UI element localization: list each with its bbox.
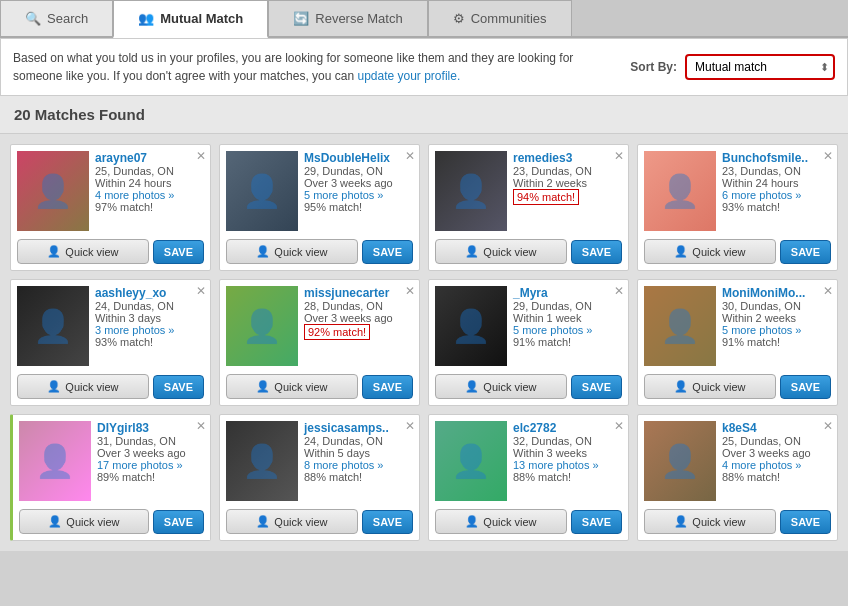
- tab-reverse-match[interactable]: 🔄 Reverse Match: [268, 0, 427, 36]
- profile-photo[interactable]: 👤: [644, 286, 716, 366]
- close-button[interactable]: ✕: [614, 419, 624, 433]
- profile-card: ✕ 👤 remedies3 23, Dundas, ON Within 2 we…: [428, 144, 629, 271]
- card-photos[interactable]: 6 more photos »: [722, 189, 831, 201]
- save-button[interactable]: SAVE: [780, 240, 831, 264]
- save-button[interactable]: SAVE: [362, 510, 413, 534]
- quick-view-icon: 👤: [465, 380, 479, 393]
- close-button[interactable]: ✕: [823, 419, 833, 433]
- mutual-match-icon: 👥: [138, 11, 154, 26]
- close-button[interactable]: ✕: [196, 284, 206, 298]
- save-button[interactable]: SAVE: [153, 510, 204, 534]
- card-last-active: Within 2 weeks: [722, 312, 831, 324]
- card-photos[interactable]: 8 more photos »: [304, 459, 413, 471]
- card-photos[interactable]: 5 more photos »: [513, 324, 622, 336]
- card-photos[interactable]: 5 more photos »: [304, 189, 413, 201]
- card-username[interactable]: k8eS4: [722, 421, 831, 435]
- photo-silhouette: 👤: [660, 307, 700, 345]
- quick-view-button[interactable]: 👤 Quick view: [19, 509, 149, 534]
- close-button[interactable]: ✕: [405, 149, 415, 163]
- card-info: missjunecarter 28, Dundas, ON Over 3 wee…: [304, 286, 413, 366]
- profile-card: ✕ 👤 aashleyy_xo 24, Dundas, ON Within 3 …: [10, 279, 211, 406]
- profile-photo[interactable]: 👤: [226, 286, 298, 366]
- close-button[interactable]: ✕: [196, 149, 206, 163]
- profile-photo[interactable]: 👤: [644, 151, 716, 231]
- profile-photo[interactable]: 👤: [644, 421, 716, 501]
- quick-view-button[interactable]: 👤 Quick view: [226, 239, 358, 264]
- card-photos[interactable]: 4 more photos »: [95, 189, 204, 201]
- profile-photo[interactable]: 👤: [435, 421, 507, 501]
- quick-view-button[interactable]: 👤 Quick view: [435, 509, 567, 534]
- card-username[interactable]: MsDoubleHelix: [304, 151, 413, 165]
- card-age-loc: 32, Dundas, ON: [513, 435, 622, 447]
- card-photos[interactable]: 17 more photos »: [97, 459, 204, 471]
- quick-view-button[interactable]: 👤 Quick view: [435, 374, 567, 399]
- card-username[interactable]: DIYgirl83: [97, 421, 204, 435]
- close-button[interactable]: ✕: [614, 284, 624, 298]
- card-match: 93% match!: [722, 201, 831, 213]
- close-button[interactable]: ✕: [196, 419, 206, 433]
- save-button[interactable]: SAVE: [362, 240, 413, 264]
- card-username[interactable]: arayne07: [95, 151, 204, 165]
- profile-card: ✕ 👤 _Myra 29, Dundas, ON Within 1 week 5…: [428, 279, 629, 406]
- profile-photo[interactable]: 👤: [17, 286, 89, 366]
- communities-icon: ⚙: [453, 11, 465, 26]
- card-username[interactable]: MoniMoniMo...: [722, 286, 831, 300]
- quick-view-button[interactable]: 👤 Quick view: [17, 239, 149, 264]
- quick-view-button[interactable]: 👤 Quick view: [17, 374, 149, 399]
- card-username[interactable]: jessicasamps..: [304, 421, 413, 435]
- quick-view-button[interactable]: 👤 Quick view: [435, 239, 567, 264]
- profile-card: ✕ 👤 DIYgirl83 31, Dundas, ON Over 3 week…: [10, 414, 211, 541]
- profile-photo[interactable]: 👤: [19, 421, 91, 501]
- card-age-loc: 30, Dundas, ON: [722, 300, 831, 312]
- update-profile-link[interactable]: update your profile.: [357, 69, 460, 83]
- profile-card: ✕ 👤 k8eS4 25, Dundas, ON Over 3 weeks ag…: [637, 414, 838, 541]
- save-button[interactable]: SAVE: [571, 510, 622, 534]
- save-button[interactable]: SAVE: [571, 375, 622, 399]
- profile-photo[interactable]: 👤: [226, 421, 298, 501]
- sort-select[interactable]: Mutual match Newest Last online: [685, 54, 835, 80]
- quick-view-button[interactable]: 👤 Quick view: [226, 374, 358, 399]
- save-button[interactable]: SAVE: [153, 240, 204, 264]
- quick-view-icon: 👤: [47, 245, 61, 258]
- profile-card: ✕ 👤 MsDoubleHelix 29, Dundas, ON Over 3 …: [219, 144, 420, 271]
- quick-view-button[interactable]: 👤 Quick view: [226, 509, 358, 534]
- card-username[interactable]: missjunecarter: [304, 286, 413, 300]
- card-photos[interactable]: 4 more photos »: [722, 459, 831, 471]
- save-button[interactable]: SAVE: [780, 510, 831, 534]
- save-button[interactable]: SAVE: [153, 375, 204, 399]
- profile-photo[interactable]: 👤: [17, 151, 89, 231]
- profile-photo[interactable]: 👤: [435, 286, 507, 366]
- results-header: 20 Matches Found: [0, 96, 848, 134]
- card-last-active: Over 3 weeks ago: [304, 312, 413, 324]
- card-photos[interactable]: 3 more photos »: [95, 324, 204, 336]
- quick-view-button[interactable]: 👤 Quick view: [644, 374, 776, 399]
- card-photos[interactable]: 5 more photos »: [722, 324, 831, 336]
- tab-mutual-match[interactable]: 👥 Mutual Match: [113, 0, 268, 38]
- profile-photo[interactable]: 👤: [226, 151, 298, 231]
- close-button[interactable]: ✕: [823, 284, 833, 298]
- card-last-active: Within 5 days: [304, 447, 413, 459]
- quick-view-button[interactable]: 👤 Quick view: [644, 239, 776, 264]
- photo-silhouette: 👤: [242, 307, 282, 345]
- save-button[interactable]: SAVE: [571, 240, 622, 264]
- card-username[interactable]: elc2782: [513, 421, 622, 435]
- card-photos[interactable]: 13 more photos »: [513, 459, 622, 471]
- profile-photo[interactable]: 👤: [435, 151, 507, 231]
- close-button[interactable]: ✕: [405, 284, 415, 298]
- card-username[interactable]: Bunchofsmile..: [722, 151, 831, 165]
- photo-silhouette: 👤: [33, 172, 73, 210]
- close-button[interactable]: ✕: [405, 419, 415, 433]
- card-username[interactable]: _Myra: [513, 286, 622, 300]
- close-button[interactable]: ✕: [823, 149, 833, 163]
- save-button[interactable]: SAVE: [362, 375, 413, 399]
- card-last-active: Within 24 hours: [95, 177, 204, 189]
- tab-search[interactable]: 🔍 Search: [0, 0, 113, 36]
- tab-communities[interactable]: ⚙ Communities: [428, 0, 572, 36]
- card-age-loc: 24, Dundas, ON: [95, 300, 204, 312]
- close-button[interactable]: ✕: [614, 149, 624, 163]
- quick-view-button[interactable]: 👤 Quick view: [644, 509, 776, 534]
- card-username[interactable]: aashleyy_xo: [95, 286, 204, 300]
- card-username[interactable]: remedies3: [513, 151, 622, 165]
- photo-silhouette: 👤: [35, 442, 75, 480]
- save-button[interactable]: SAVE: [780, 375, 831, 399]
